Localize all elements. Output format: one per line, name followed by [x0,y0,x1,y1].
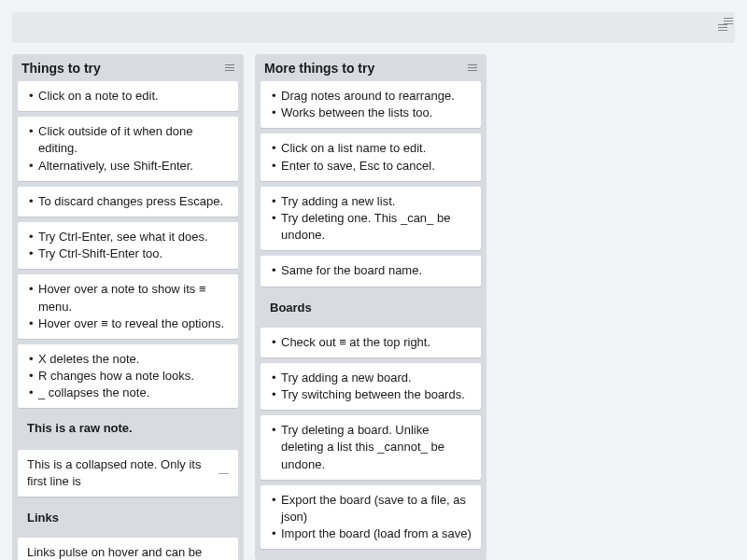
note-line: _ collapses the note. [27,385,229,401]
note-line: Try adding a new board. [270,370,472,386]
list-title[interactable]: Things to try [21,61,101,76]
note-line: Works between the lists too. [270,105,472,121]
list: Things to tryClick on a note to edit.Cli… [12,54,244,560]
note[interactable]: Try deleting a board. Unlike deleting a … [261,415,481,480]
note[interactable]: This is a raw note. [18,413,238,443]
note[interactable]: Try Ctrl-Enter, see what it does.Try Ctr… [18,222,238,269]
note-line: Try Ctrl-Enter, see what it does. [27,229,229,245]
note-line: Try deleting a board. Unlike deleting a … [270,422,472,473]
collapse-indicator-icon[interactable]: — [218,466,229,480]
note-line: To discard changes press Escape. [27,193,229,210]
note-line: Try switching between the boards. [270,386,472,403]
note-line: Click outside of it when done editing. [27,123,229,157]
note[interactable]: Hover over a note to show its ≡ menu.Hov… [18,274,238,339]
note[interactable]: Same for the board name. [261,256,481,286]
note-line: Try adding a new list. [270,193,472,210]
note[interactable]: Boards [261,292,481,322]
note-line: Export the board (save to a file, as jso… [270,492,472,525]
note-line: Try deleting one. This _can_ be undone. [270,210,472,244]
note[interactable]: To discard changes press Escape. [18,187,238,217]
note[interactable]: Try adding a new board.Try switching bet… [261,363,481,410]
note[interactable]: Links pulse on hover and can be opened v… [18,538,238,560]
board-header[interactable] [12,12,735,43]
note-line: Click on a note to edit. [27,88,229,105]
note-line: Import the board (load from a save) [270,525,472,542]
list-menu-icon[interactable] [468,64,477,72]
note[interactable]: Links [18,502,238,532]
note-line: Check out ≡ at the top right. [270,334,472,351]
list-header: More things to try [255,54,486,81]
list-title[interactable]: More things to try [264,61,374,76]
lists-container: Things to tryClick on a note to edit.Cli… [0,43,747,560]
note-line: X deletes the note. [27,351,229,368]
note-line: Hover over ≡ to reveal the options. [27,315,229,332]
note[interactable]: This is a collapsed note. Only its first… [18,450,238,497]
note-line: Click on a list name to edit. [270,140,472,157]
note[interactable]: Drag notes around to rearrange.Works bet… [261,81,481,128]
list-menu-icon[interactable] [225,64,234,72]
note-line: Enter to save, Esc to cancel. [270,158,472,175]
note-line: Try Ctrl-Shift-Enter too. [27,245,229,262]
note[interactable]: Try adding a new list.Try deleting one. … [261,187,481,251]
list-header: Things to try [12,54,244,81]
note[interactable]: Check out ≡ at the top right. [261,328,481,357]
note[interactable]: Click on a note to edit. [18,81,238,111]
note-line: R changes how a note looks. [27,368,229,385]
note-line: Alternatively, use Shift-Enter. [27,158,229,175]
note-line: Drag notes around to rearrange. [270,88,472,105]
note[interactable]: X deletes the note.R changes how a note … [18,344,238,409]
note[interactable]: Export the board (save to a file, as jso… [261,485,481,550]
note-line: Hover over a note to show its ≡ menu. [27,281,229,315]
list: More things to tryDrag notes around to r… [255,54,486,560]
board-menu-icon[interactable] [718,24,727,32]
note-text: This is a collapsed note. Only its first… [27,456,218,490]
note[interactable]: Click on a list name to edit.Enter to sa… [261,133,481,180]
note-line: Same for the board name. [270,262,472,279]
note[interactable]: Click outside of it when done editing.Al… [18,117,238,181]
